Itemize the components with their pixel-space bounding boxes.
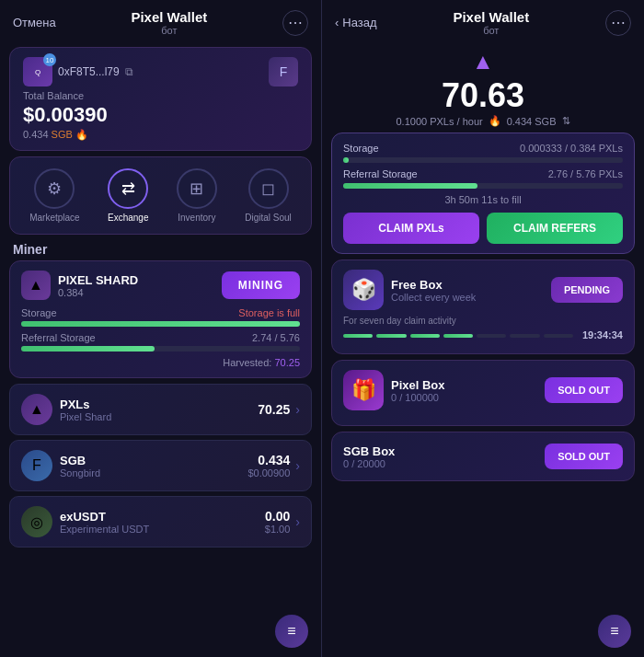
marketplace-icon: ⚙ [34, 168, 75, 209]
right-panel: ‹ Назад Pixel Wallet бот ⋯ ▲ 70.63 0.100… [322, 0, 644, 657]
sidebar-item-inventory[interactable]: ⊞ Inventory [169, 165, 224, 226]
sgb-box-item: SGB Box 0 / 20000 SOLD OUT [331, 432, 635, 481]
right-storage-bg [343, 157, 623, 163]
right-menu-button[interactable]: ≡ [598, 615, 631, 648]
rate-section: ▲ 70.63 0.1000 PXLs / hour 🔥 0.434 SGB ⇅ [322, 41, 644, 133]
storage-progress-bg [21, 321, 300, 327]
harvested-row: Harvested: 70.25 [21, 357, 300, 368]
miner-value: 0.384 [58, 287, 138, 298]
sgb-coin-amount: 0.434 [247, 453, 290, 467]
swap-icon[interactable]: ⇅ [562, 115, 570, 127]
pixel-box-name: Pixel Box [391, 378, 445, 392]
avatar[interactable]: F [269, 57, 298, 86]
progress-dot-2 [376, 334, 406, 338]
digital-soul-icon: ◻ [248, 168, 289, 209]
balance-sub: 0.434 SGB 🔥 [23, 129, 298, 141]
pxl-coin-icon: ▲ [21, 394, 52, 425]
inventory-label: Inventory [178, 213, 215, 223]
pixel-box-sold-button[interactable]: SOLD OUT [545, 377, 623, 403]
coin-right-pxls: 70.25 › [258, 402, 300, 417]
sgb-coin-icon: F [21, 450, 52, 481]
progress-dot-1 [343, 334, 373, 338]
free-box-pending-button[interactable]: PENDING [551, 277, 623, 303]
left-header-sub: бот [131, 25, 207, 36]
free-box-item: 🎲 Free Box Collect every week PENDING Fo… [331, 259, 635, 354]
claim-refers-button[interactable]: CLAIM REFERS [487, 213, 623, 244]
pxl-coin-sub: Pixel Shard [60, 411, 111, 422]
progress-dot-3 [410, 334, 440, 338]
referral-progress-fill [21, 346, 155, 352]
left-app-title: Pixel Wallet [131, 9, 207, 25]
sgb-box-info: SGB Box 0 / 20000 [343, 444, 395, 469]
coin-item-pxls[interactable]: ▲ PXLs Pixel Shard 70.25 › [9, 384, 312, 435]
free-box-icon: 🎲 [343, 270, 384, 310]
exchange-icon: ⇄ [108, 168, 148, 209]
copy-icon[interactable]: ⧉ [125, 65, 133, 78]
balance-amount: $0.00390 [23, 103, 298, 127]
sgb-chevron-icon: › [295, 458, 300, 473]
cancel-button[interactable]: Отмена [13, 16, 56, 29]
sgb-rate: 0.434 SGB [507, 116, 557, 127]
left-more-button[interactable]: ⋯ [282, 10, 308, 36]
miner-card: ▲ PIXEL SHARD 0.384 MINING Storage Stora… [9, 260, 312, 378]
coin-left-pxls: ▲ PXLs Pixel Shard [21, 394, 111, 425]
right-storage-fill [343, 157, 349, 163]
sgb-box-count: 0 / 20000 [343, 458, 395, 469]
right-bottom-bar: ≡ [322, 605, 644, 657]
right-header: ‹ Назад Pixel Wallet бот ⋯ [322, 0, 644, 41]
pxl-coin-amount: 70.25 [258, 402, 290, 417]
right-header-center: Pixel Wallet бот [453, 9, 529, 36]
right-storage-label: Storage [343, 143, 379, 154]
mining-button[interactable]: MINING [222, 271, 300, 299]
sgb-coin-sub-amount: $0.00900 [247, 467, 290, 478]
inventory-icon: ⊞ [177, 168, 217, 209]
coin-item-sgb[interactable]: F SGB Songbird 0.434 $0.00900 › [9, 440, 312, 491]
digital-soul-label: Digital Soul [245, 213, 292, 223]
right-referral-bg [343, 183, 623, 189]
progress-dot-5 [477, 334, 506, 338]
right-app-title: Pixel Wallet [453, 9, 529, 25]
left-bottom-bar: ≡ [0, 605, 321, 657]
free-box-progress [343, 334, 573, 338]
quest-label: Q [35, 68, 40, 76]
username: 0xF8T5...l79 [58, 65, 120, 78]
exchange-label: Exchange [108, 213, 148, 223]
left-panel: Отмена Pixel Wallet бот ⋯ Q 10 0xF8T5...… [0, 0, 322, 657]
right-storage-panel: Storage 0.000333 / 0.384 PXLs Referral S… [331, 133, 635, 254]
quest-badge[interactable]: Q 10 [23, 57, 52, 86]
right-header-sub: бот [453, 25, 529, 36]
usdt-coin-sub-amount: $1.00 [265, 524, 291, 535]
sgb-coin-name: SGB [60, 454, 100, 467]
coin-left-sgb: F SGB Songbird [21, 450, 100, 481]
fire-icon: 🔥 [489, 115, 501, 127]
referral-label: Referral Storage [21, 332, 96, 343]
left-menu-button[interactable]: ≡ [275, 615, 308, 648]
storage-progress-fill [21, 321, 300, 327]
miner-section-title: Miner [0, 235, 321, 260]
pixel-box-left: 🎁 Pixel Box 0 / 100000 [343, 370, 445, 410]
sgb-amount: 0.434 [23, 129, 49, 140]
sidebar-item-digital-soul[interactable]: ◻ Digital Soul [237, 165, 299, 226]
rate-sub: 0.1000 PXLs / hour 🔥 0.434 SGB ⇅ [396, 115, 569, 127]
referral-progress-bg [21, 346, 300, 352]
free-box-timer: 19:34:34 [582, 329, 623, 340]
back-button[interactable]: ‹ Назад [335, 16, 377, 29]
more-icon: ⋯ [288, 14, 303, 31]
balance-card: Q 10 0xF8T5...l79 ⧉ F Total Balance $0.0… [9, 47, 312, 151]
usdt-coin-sub: Experimental USDT [60, 524, 149, 535]
usdt-chevron-icon: › [295, 514, 300, 529]
coin-left-exusdt: ◎ exUSDT Experimental USDT [21, 506, 149, 537]
claim-pxls-button[interactable]: CLAIM PXLs [343, 213, 479, 244]
progress-dot-4 [443, 334, 473, 338]
right-referral-val: 2.76 / 5.76 PXLs [548, 168, 623, 179]
coin-item-exusdt[interactable]: ◎ exUSDT Experimental USDT 0.00 $1.00 › [9, 496, 312, 548]
marketplace-label: Marketplace [29, 213, 79, 223]
sidebar-item-exchange[interactable]: ⇄ Exchange [100, 165, 155, 226]
right-more-button[interactable]: ⋯ [605, 10, 631, 36]
left-header: Отмена Pixel Wallet бот ⋯ [0, 0, 321, 41]
sgb-label: SGB 🔥 [52, 129, 88, 140]
sgb-coin-sub: Songbird [60, 467, 100, 478]
usdt-coin-icon: ◎ [21, 506, 52, 537]
sgb-box-sold-button[interactable]: SOLD OUT [545, 444, 623, 469]
sidebar-item-marketplace[interactable]: ⚙ Marketplace [22, 165, 86, 226]
